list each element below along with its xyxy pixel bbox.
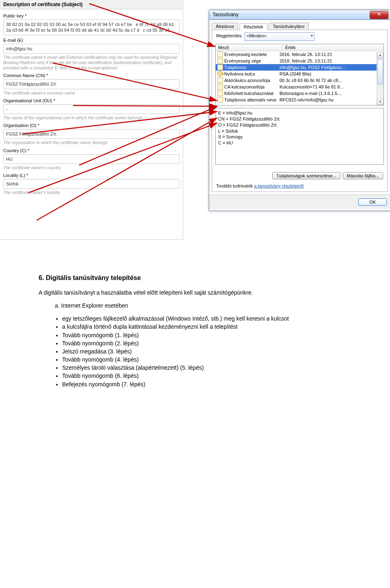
detail-box[interactable]: E = info@fgsz.huCN = FGSZ Földgázszállít… bbox=[215, 108, 384, 165]
list-item: egy tetszőleges fájlkezelő alkalmazással… bbox=[62, 315, 351, 322]
row-value: RFC822-név=info@fgsz.hu bbox=[280, 97, 384, 102]
detail-line: E = info@fgsz.hu bbox=[218, 110, 381, 116]
detail-line: L = Siófok bbox=[218, 128, 381, 134]
fields-list: Mező Érték Érvényesség kezdete2016. febr… bbox=[215, 44, 384, 106]
more-info: További tudnivalók a tanúsítvány részlet… bbox=[216, 183, 303, 188]
scrollbar[interactable]: ▲ ▼ bbox=[377, 52, 384, 105]
row-field: Aláírókulcs azonosítója bbox=[224, 78, 280, 83]
email-help: The certificate owner's email add Extern… bbox=[3, 55, 180, 71]
detail-line: S = Somogy bbox=[218, 134, 381, 140]
l-field[interactable]: Siófok bbox=[3, 179, 180, 189]
list-item: Jelszó megadása (3. lépés) bbox=[62, 348, 351, 355]
list-item: Befejezés nyomógomb (7. lépés) bbox=[62, 381, 351, 388]
public-key-field[interactable]: 30 82 01 0a 02 82 01 01 00 ac 5e ce 53 8… bbox=[3, 19, 180, 35]
page-icon bbox=[217, 65, 223, 70]
col-value[interactable]: Érték bbox=[283, 44, 384, 51]
doc-lead: a. Internet Explorer esetében bbox=[39, 302, 351, 309]
row-field: CA kulcsazonosítója bbox=[224, 84, 280, 89]
detail-line: CN = FGSZ Földgázszállító Zrt. bbox=[218, 116, 381, 122]
display-dropdown[interactable]: <Minden> bbox=[245, 32, 314, 41]
list-item: Személyes tároló választása (alapértelme… bbox=[62, 364, 351, 371]
c-label: Country (C) * bbox=[3, 148, 180, 153]
ou-label: Organisational Unit (OU) * bbox=[3, 98, 180, 103]
row-field: Érvényesség kezdete bbox=[224, 52, 280, 57]
row-value: 2018. február 25. 13:11:21 bbox=[280, 58, 384, 63]
page-icon bbox=[217, 84, 223, 90]
doc-heading: 6. Digitális tanúsítvány telepítése bbox=[39, 274, 351, 282]
scroll-thumb[interactable] bbox=[377, 59, 383, 84]
page-icon bbox=[217, 78, 223, 83]
tab-details[interactable]: Részletek bbox=[240, 23, 267, 30]
tab-general[interactable]: Általános bbox=[212, 23, 238, 30]
doc-p1: A digitális tanúsítványt a használatba v… bbox=[39, 289, 351, 296]
o-field[interactable]: FGSZ Földgázszállító Zrt. bbox=[3, 129, 180, 139]
form-header: Description of certificate (Subject) bbox=[0, 0, 183, 9]
c-help: The certificate owner's country bbox=[3, 165, 180, 170]
row-field: Kibővített kulcshasználat bbox=[224, 91, 280, 96]
row-value: RSA (2048 Bits) bbox=[280, 71, 384, 76]
cn-help: The certificate owner's common name bbox=[3, 90, 180, 96]
ok-button[interactable]: OK bbox=[358, 198, 387, 206]
page-icon bbox=[217, 58, 223, 64]
cert-title-text: Tanúsítvány bbox=[212, 12, 238, 17]
cn-field[interactable]: FGSZ Földgázszállító Zrt. bbox=[3, 79, 180, 89]
o-help: The organization to which the certificat… bbox=[3, 140, 180, 145]
tab-chain[interactable]: Tanúsítványlánc bbox=[269, 23, 309, 30]
l-label: Locality (L) * bbox=[3, 173, 180, 178]
email-field[interactable]: info@fgsz.hu bbox=[3, 44, 180, 54]
l-help: The certificate owner's locality bbox=[3, 190, 180, 195]
row-field: Nyilvános kulcs bbox=[224, 71, 280, 76]
edit-properties-button[interactable]: Tulajdonságok szerkesztése... bbox=[272, 172, 340, 179]
detail-line: C = HU bbox=[218, 140, 381, 146]
row-field: Tulajdonos alternatív neve bbox=[224, 97, 280, 102]
table-row[interactable]: Tulajdonosinfo@fgsz.hu, FGSZ Földgázsz..… bbox=[216, 64, 384, 71]
ou-help: The name of the organizational unit to w… bbox=[3, 115, 180, 121]
o-label: Organisation (O) * bbox=[3, 123, 180, 128]
row-value: Biztonságos e-mail (1.3.6.1.5.... bbox=[280, 91, 384, 96]
detail-line: O = FGSZ Földgázszállító Zrt. bbox=[218, 122, 381, 128]
list-item: Tovább nyomógomb (2. lépés) bbox=[62, 340, 351, 347]
list-item: a kulcsfájlra történő dupla kattintással… bbox=[62, 323, 351, 330]
cn-label: Common Name (CN) * bbox=[3, 73, 180, 78]
key-icon bbox=[217, 71, 223, 77]
row-value: 00 3c c8 63 6b 8c fd 72 ab c8... bbox=[280, 78, 384, 83]
list-item: Tovább nyomógomb (1. lépés) bbox=[62, 332, 351, 339]
list-header: Mező Érték bbox=[216, 44, 384, 51]
list-item: Tovább nyomógomb (6. lépés) bbox=[62, 372, 351, 379]
row-field: Tulajdonos bbox=[224, 65, 280, 70]
row-value: 2016. február 26. 13:11:21 bbox=[280, 52, 384, 57]
c-field[interactable]: HU bbox=[3, 154, 180, 164]
cert-title: Tanúsítvány ✕ bbox=[209, 10, 390, 20]
form-panel: Description of certificate (Subject) Pub… bbox=[0, 0, 183, 240]
scroll-up-icon[interactable]: ▲ bbox=[377, 52, 384, 58]
table-row[interactable]: Kibővített kulcshasználatBiztonságos e-m… bbox=[216, 90, 384, 97]
tab-row: Általános Részletek Tanúsítványlánc bbox=[209, 20, 390, 30]
scroll-down-icon[interactable]: ▼ bbox=[377, 99, 384, 105]
ou-field[interactable]: - bbox=[3, 104, 180, 114]
row-field: Érvényesség vége bbox=[224, 58, 280, 63]
more-info-link[interactable]: a tanúsítvány részleteiről bbox=[254, 183, 304, 188]
table-row[interactable]: CA kulcsazonosítójaKulcsazonosító=71 49 … bbox=[216, 84, 384, 90]
page-icon bbox=[217, 97, 223, 103]
list-item: Tovább nyomógomb (4. lépés) bbox=[62, 356, 351, 363]
doc-bullets: egy tetszőleges fájlkezelő alkalmazással… bbox=[39, 315, 351, 388]
table-row[interactable]: Érvényesség kezdete2016. február 26. 13:… bbox=[216, 51, 384, 58]
email-label: E-mail (E) bbox=[3, 38, 180, 43]
tab-body: Megjelenítés: <Minden> Mező Érték Érvény… bbox=[212, 30, 388, 192]
copy-to-file-button[interactable]: Másolás fájlba... bbox=[343, 172, 383, 179]
col-field[interactable]: Mező bbox=[216, 44, 283, 51]
table-row[interactable]: Érvényesség vége2018. február 25. 13:11:… bbox=[216, 58, 384, 64]
row-value: info@fgsz.hu, FGSZ Földgázsz... bbox=[280, 65, 384, 70]
close-icon[interactable]: ✕ bbox=[370, 11, 388, 19]
more-info-text: További tudnivalók bbox=[216, 183, 254, 188]
display-label: Megjelenítés: bbox=[216, 33, 243, 38]
page-icon bbox=[217, 52, 223, 57]
table-row[interactable]: Tulajdonos alternatív neveRFC822-név=inf… bbox=[216, 97, 384, 103]
table-row[interactable]: Aláírókulcs azonosítója00 3c c8 63 6b 8c… bbox=[216, 77, 384, 84]
row-value: Kulcsazonosító=71 49 6e 81 8... bbox=[280, 84, 384, 89]
page-icon bbox=[217, 90, 223, 96]
cert-dialog: Tanúsítvány ✕ Általános Részletek Tanúsí… bbox=[209, 10, 390, 211]
table-row[interactable]: Nyilvános kulcsRSA (2048 Bits) bbox=[216, 71, 384, 77]
public-key-label: Public key * bbox=[3, 13, 180, 18]
